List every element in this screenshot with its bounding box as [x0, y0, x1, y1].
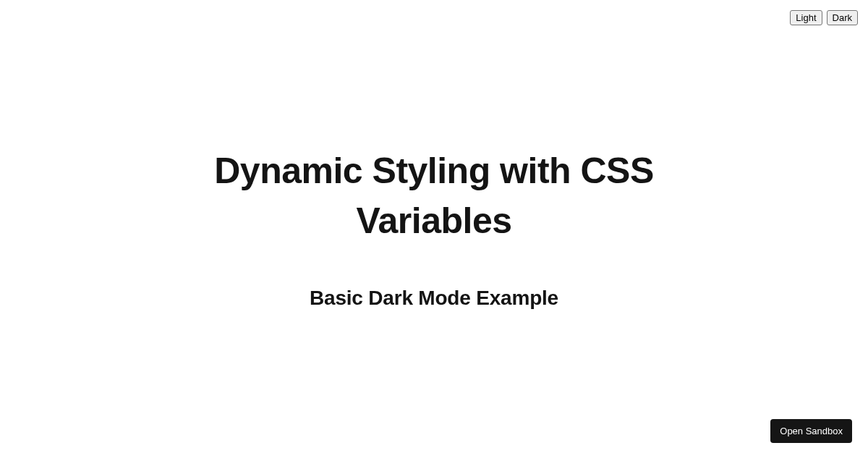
page-subtitle: Basic Dark Mode Example	[137, 287, 731, 310]
main-content: Dynamic Styling with CSS Variables Basic…	[137, 146, 731, 310]
dark-theme-button[interactable]: Dark	[827, 10, 858, 25]
theme-toggle-group: Light Dark	[790, 10, 858, 25]
page-title: Dynamic Styling with CSS Variables	[137, 146, 731, 246]
light-theme-button[interactable]: Light	[790, 10, 822, 25]
open-sandbox-button[interactable]: Open Sandbox	[770, 419, 852, 443]
